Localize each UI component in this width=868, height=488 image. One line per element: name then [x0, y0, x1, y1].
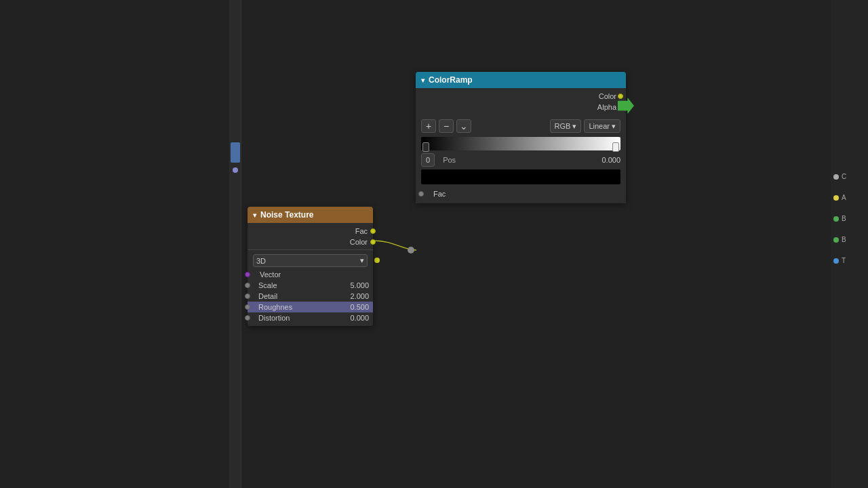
right-dot-c: [833, 174, 839, 180]
detail-label: Detail: [252, 292, 350, 300]
roughness-row: Roughnes 0.500: [248, 302, 373, 312]
noise-texture-header[interactable]: ▾ Noise Texture: [248, 207, 373, 223]
distortion-label: Distortion: [252, 314, 350, 322]
colorramp-collapse-icon: ▾: [421, 77, 425, 84]
vector-label: Vector: [253, 270, 281, 279]
fac-output-socket[interactable]: [370, 228, 376, 234]
vector-row: Vector: [248, 269, 373, 280]
gradient-stop-right[interactable]: [612, 142, 619, 152]
svg-point-0: [374, 258, 380, 263]
more-options-button[interactable]: ⌄: [456, 119, 471, 133]
detail-value: 2.000: [350, 292, 369, 300]
scale-label: Scale: [252, 281, 350, 289]
noise-texture-node: ▾ Noise Texture Fac Color 3D ▾: [248, 207, 373, 326]
dimension-value: 3D: [256, 257, 266, 265]
collapse-arrow-icon: ▾: [253, 211, 256, 219]
svg-point-1: [408, 247, 414, 253]
gradient-info-row: 0 Pos 0.000: [421, 153, 620, 167]
right-dot-row-b2: B: [831, 236, 846, 243]
color-out-label: Color: [599, 92, 616, 100]
right-dot-a: [833, 195, 839, 201]
colorramp-controls: + − ⌄ RGB ▾ Linear ▾: [416, 115, 626, 203]
colorramp-outputs: Color Alpha: [416, 88, 626, 115]
alpha-out-label: Alpha: [597, 103, 616, 111]
detail-socket[interactable]: [245, 293, 250, 299]
right-dot-t: [833, 258, 839, 264]
rgb-mode-dropdown[interactable]: RGB ▾: [550, 119, 582, 133]
vector-socket[interactable]: [245, 272, 250, 277]
fac-input-label: Fac: [427, 190, 446, 198]
dimension-arrow: ▾: [360, 256, 364, 265]
gradient-stop-left[interactable]: [422, 142, 429, 152]
colorramp-title: ColorRamp: [429, 75, 473, 85]
noise-texture-body: Fac Color 3D ▾ Vector: [248, 223, 373, 326]
sidebar-blue-rect: [231, 142, 240, 163]
right-dot-row-t: T: [831, 257, 846, 264]
stop-index-button[interactable]: 0: [421, 153, 435, 167]
right-panel: C A B B T: [831, 0, 868, 488]
gradient-bar[interactable]: [421, 137, 620, 150]
color-out-socket[interactable]: [618, 94, 623, 99]
right-dot-row-c: C: [831, 173, 846, 180]
color-output-row: Color: [421, 91, 620, 102]
remove-stop-button[interactable]: −: [439, 119, 454, 133]
colorramp-node: ▾ ColorRamp Color Alpha + − ⌄: [416, 72, 626, 203]
color-preview[interactable]: [421, 169, 620, 184]
add-stop-button[interactable]: +: [421, 119, 436, 133]
roughness-label: Roughnes: [252, 303, 350, 311]
right-dot-b2-label: B: [842, 236, 846, 243]
color-output-socket[interactable]: [370, 239, 376, 245]
fac-output-label: Fac: [355, 227, 368, 235]
right-dot-t-label: T: [842, 257, 846, 264]
sidebar-dot-1: [233, 167, 238, 173]
distortion-value: 0.000: [350, 314, 369, 322]
stop-index-value: 0: [426, 156, 430, 164]
colorramp-header[interactable]: ▾ ColorRamp: [416, 72, 626, 88]
pos-label: Pos: [443, 156, 456, 164]
color-output-label: Color: [350, 238, 368, 246]
right-dot-b1: [833, 216, 839, 222]
noise-output-color: Color: [248, 237, 373, 247]
rgb-arrow-icon: ▾: [572, 122, 576, 131]
fac-input-socket[interactable]: [418, 191, 424, 197]
dimension-dropdown[interactable]: 3D ▾: [253, 254, 368, 267]
interpolation-arrow-icon: ▾: [612, 122, 616, 131]
interpolation-dropdown[interactable]: Linear ▾: [584, 119, 620, 133]
scale-row: Scale 5.000: [248, 280, 373, 291]
interpolation-label: Linear: [589, 122, 610, 130]
pos-value: 0.000: [458, 156, 620, 164]
left-sidebar: [229, 0, 241, 488]
right-dot-b1-label: B: [842, 215, 846, 222]
right-dot-row-b1: B: [831, 215, 846, 222]
alpha-output-row: Alpha: [421, 102, 620, 113]
dimension-dropdown-row: 3D ▾: [248, 252, 373, 269]
right-dot-b2: [833, 237, 839, 243]
roughness-value: 0.500: [350, 303, 369, 311]
right-dot-c-label: C: [842, 173, 846, 180]
fac-input-row: Fac: [421, 188, 620, 199]
canvas-area: ▾ Noise Texture Fac Color 3D ▾: [0, 0, 868, 488]
distortion-row: Distortion 0.000: [248, 312, 373, 323]
controls-row: + − ⌄ RGB ▾ Linear ▾: [421, 119, 620, 133]
noise-output-fac: Fac: [248, 226, 373, 237]
scale-value: 5.000: [350, 281, 369, 289]
noise-texture-title: Noise Texture: [260, 210, 313, 220]
detail-row: Detail 2.000: [248, 291, 373, 302]
roughness-socket[interactable]: [245, 304, 250, 310]
scale-socket[interactable]: [245, 283, 250, 288]
right-dot-row-a: A: [831, 194, 846, 201]
rgb-mode-label: RGB: [555, 122, 571, 130]
right-dot-a-label: A: [842, 194, 846, 201]
distortion-socket[interactable]: [245, 315, 250, 321]
